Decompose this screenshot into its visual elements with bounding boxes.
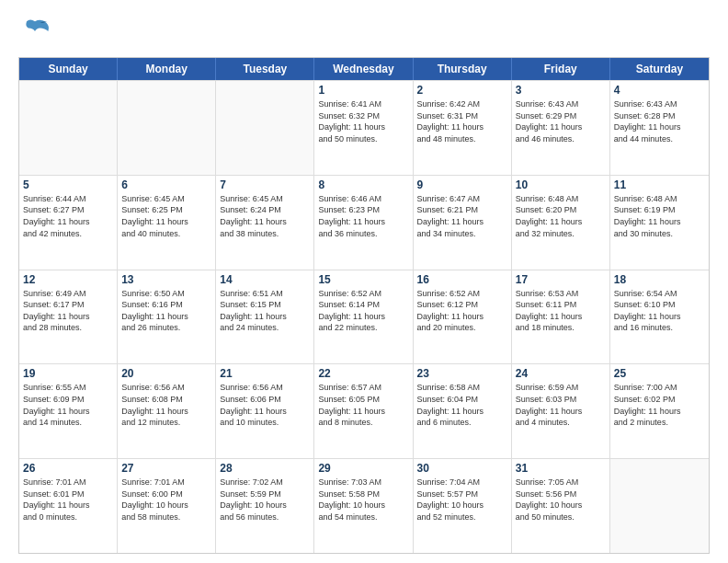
day-info: Sunrise: 6:46 AM Sunset: 6:23 PM Dayligh…: [318, 193, 408, 239]
day-number: 2: [417, 84, 507, 97]
day-info: Sunrise: 7:00 AM Sunset: 6:02 PM Dayligh…: [614, 382, 705, 428]
day-number: 8: [318, 178, 408, 191]
day-cell-10: 10Sunrise: 6:48 AM Sunset: 6:20 PM Dayli…: [512, 176, 610, 270]
day-number: 9: [417, 178, 507, 191]
day-info: Sunrise: 6:45 AM Sunset: 6:24 PM Dayligh…: [220, 193, 310, 239]
logo: [18, 15, 55, 48]
day-info: Sunrise: 7:04 AM Sunset: 5:57 PM Dayligh…: [417, 477, 507, 523]
day-number: 31: [516, 462, 606, 475]
week-row-5: 26Sunrise: 7:01 AM Sunset: 6:01 PM Dayli…: [19, 458, 709, 553]
day-cell-19: 19Sunrise: 6:55 AM Sunset: 6:09 PM Dayli…: [19, 364, 118, 458]
day-info: Sunrise: 6:48 AM Sunset: 6:20 PM Dayligh…: [516, 193, 606, 239]
day-number: 16: [417, 273, 507, 286]
calendar-header: SundayMondayTuesdayWednesdayThursdayFrid…: [19, 58, 709, 80]
day-number: 22: [318, 367, 408, 380]
day-number: 11: [614, 178, 705, 191]
day-number: 19: [23, 367, 113, 380]
header: [18, 15, 710, 48]
week-row-3: 12Sunrise: 6:49 AM Sunset: 6:17 PM Dayli…: [19, 270, 709, 364]
day-cell-1: 1Sunrise: 6:41 AM Sunset: 6:32 PM Daylig…: [314, 81, 413, 175]
day-cell-18: 18Sunrise: 6:54 AM Sunset: 6:10 PM Dayli…: [610, 270, 709, 364]
week-row-4: 19Sunrise: 6:55 AM Sunset: 6:09 PM Dayli…: [19, 363, 709, 458]
day-info: Sunrise: 6:43 AM Sunset: 6:28 PM Dayligh…: [614, 98, 705, 144]
day-cell-30: 30Sunrise: 7:04 AM Sunset: 5:57 PM Dayli…: [414, 459, 512, 553]
day-cell-empty: [118, 81, 216, 175]
weekday-header-saturday: Saturday: [610, 58, 709, 80]
day-info: Sunrise: 7:03 AM Sunset: 5:58 PM Dayligh…: [318, 477, 408, 523]
day-cell-16: 16Sunrise: 6:52 AM Sunset: 6:12 PM Dayli…: [414, 270, 512, 364]
day-cell-28: 28Sunrise: 7:02 AM Sunset: 5:59 PM Dayli…: [216, 459, 314, 553]
day-number: 13: [121, 273, 211, 286]
day-cell-31: 31Sunrise: 7:05 AM Sunset: 5:56 PM Dayli…: [512, 459, 610, 553]
day-info: Sunrise: 6:59 AM Sunset: 6:03 PM Dayligh…: [516, 382, 606, 428]
day-number: 18: [614, 273, 705, 286]
calendar: SundayMondayTuesdayWednesdayThursdayFrid…: [18, 57, 710, 554]
weekday-header-tuesday: Tuesday: [216, 58, 314, 80]
day-number: 1: [318, 84, 408, 97]
day-number: 23: [417, 367, 507, 380]
day-cell-6: 6Sunrise: 6:45 AM Sunset: 6:25 PM Daylig…: [118, 176, 216, 270]
day-info: Sunrise: 6:57 AM Sunset: 6:05 PM Dayligh…: [318, 382, 408, 428]
day-cell-14: 14Sunrise: 6:51 AM Sunset: 6:15 PM Dayli…: [216, 270, 314, 364]
day-number: 7: [220, 178, 310, 191]
day-info: Sunrise: 6:54 AM Sunset: 6:10 PM Dayligh…: [614, 288, 705, 334]
day-info: Sunrise: 7:02 AM Sunset: 5:59 PM Dayligh…: [220, 477, 310, 523]
day-number: 26: [23, 462, 113, 475]
day-info: Sunrise: 7:01 AM Sunset: 6:01 PM Dayligh…: [23, 477, 113, 523]
calendar-body: 1Sunrise: 6:41 AM Sunset: 6:32 PM Daylig…: [19, 80, 709, 553]
day-info: Sunrise: 6:47 AM Sunset: 6:21 PM Dayligh…: [417, 193, 507, 239]
day-info: Sunrise: 6:56 AM Sunset: 6:08 PM Dayligh…: [121, 382, 211, 428]
day-number: 30: [417, 462, 507, 475]
day-number: 21: [220, 367, 310, 380]
weekday-header-monday: Monday: [118, 58, 216, 80]
day-number: 3: [516, 84, 606, 97]
day-number: 6: [121, 178, 211, 191]
day-info: Sunrise: 6:42 AM Sunset: 6:31 PM Dayligh…: [417, 98, 507, 144]
day-number: 25: [614, 367, 705, 380]
day-info: Sunrise: 7:05 AM Sunset: 5:56 PM Dayligh…: [516, 477, 606, 523]
day-number: 12: [23, 273, 113, 286]
day-number: 29: [318, 462, 408, 475]
day-cell-2: 2Sunrise: 6:42 AM Sunset: 6:31 PM Daylig…: [414, 81, 512, 175]
day-cell-15: 15Sunrise: 6:52 AM Sunset: 6:14 PM Dayli…: [314, 270, 413, 364]
day-cell-17: 17Sunrise: 6:53 AM Sunset: 6:11 PM Dayli…: [512, 270, 610, 364]
day-number: 28: [220, 462, 310, 475]
day-cell-8: 8Sunrise: 6:46 AM Sunset: 6:23 PM Daylig…: [314, 176, 413, 270]
day-number: 5: [23, 178, 113, 191]
day-cell-4: 4Sunrise: 6:43 AM Sunset: 6:28 PM Daylig…: [610, 81, 709, 175]
day-cell-13: 13Sunrise: 6:50 AM Sunset: 6:16 PM Dayli…: [118, 270, 216, 364]
day-cell-9: 9Sunrise: 6:47 AM Sunset: 6:21 PM Daylig…: [414, 176, 512, 270]
day-cell-23: 23Sunrise: 6:58 AM Sunset: 6:04 PM Dayli…: [414, 364, 512, 458]
day-cell-empty: [610, 459, 709, 553]
day-cell-26: 26Sunrise: 7:01 AM Sunset: 6:01 PM Dayli…: [19, 459, 118, 553]
week-row-1: 1Sunrise: 6:41 AM Sunset: 6:32 PM Daylig…: [19, 80, 709, 175]
day-info: Sunrise: 6:56 AM Sunset: 6:06 PM Dayligh…: [220, 382, 310, 428]
day-cell-11: 11Sunrise: 6:48 AM Sunset: 6:19 PM Dayli…: [610, 176, 709, 270]
day-info: Sunrise: 6:52 AM Sunset: 6:12 PM Dayligh…: [417, 288, 507, 334]
day-number: 17: [516, 273, 606, 286]
day-info: Sunrise: 6:51 AM Sunset: 6:15 PM Dayligh…: [220, 288, 310, 334]
day-info: Sunrise: 6:43 AM Sunset: 6:29 PM Dayligh…: [516, 98, 606, 144]
day-cell-24: 24Sunrise: 6:59 AM Sunset: 6:03 PM Dayli…: [512, 364, 610, 458]
day-cell-20: 20Sunrise: 6:56 AM Sunset: 6:08 PM Dayli…: [118, 364, 216, 458]
weekday-header-sunday: Sunday: [19, 58, 118, 80]
day-cell-22: 22Sunrise: 6:57 AM Sunset: 6:05 PM Dayli…: [314, 364, 413, 458]
day-cell-21: 21Sunrise: 6:56 AM Sunset: 6:06 PM Dayli…: [216, 364, 314, 458]
day-info: Sunrise: 6:49 AM Sunset: 6:17 PM Dayligh…: [23, 288, 113, 334]
day-number: 24: [516, 367, 606, 380]
day-cell-25: 25Sunrise: 7:00 AM Sunset: 6:02 PM Dayli…: [610, 364, 709, 458]
day-number: 4: [614, 84, 705, 97]
day-info: Sunrise: 6:45 AM Sunset: 6:25 PM Dayligh…: [121, 193, 211, 239]
day-info: Sunrise: 6:41 AM Sunset: 6:32 PM Dayligh…: [318, 98, 408, 144]
day-info: Sunrise: 6:50 AM Sunset: 6:16 PM Dayligh…: [121, 288, 211, 334]
day-cell-12: 12Sunrise: 6:49 AM Sunset: 6:17 PM Dayli…: [19, 270, 118, 364]
day-info: Sunrise: 6:52 AM Sunset: 6:14 PM Dayligh…: [318, 288, 408, 334]
day-number: 10: [516, 178, 606, 191]
day-cell-7: 7Sunrise: 6:45 AM Sunset: 6:24 PM Daylig…: [216, 176, 314, 270]
day-number: 15: [318, 273, 408, 286]
day-cell-empty: [19, 81, 118, 175]
day-number: 20: [121, 367, 211, 380]
day-cell-27: 27Sunrise: 7:01 AM Sunset: 6:00 PM Dayli…: [118, 459, 216, 553]
day-number: 27: [121, 462, 211, 475]
day-info: Sunrise: 7:01 AM Sunset: 6:00 PM Dayligh…: [121, 477, 211, 523]
